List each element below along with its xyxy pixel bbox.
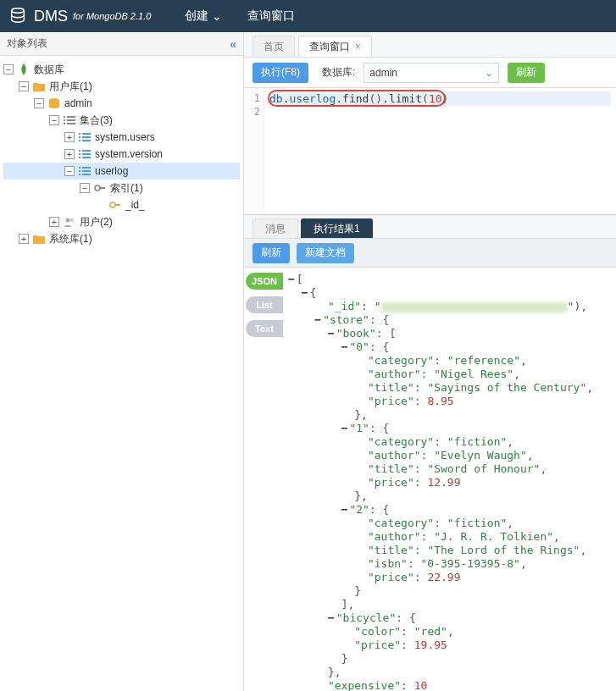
tab-query-window[interactable]: 查询窗口 × [298,36,372,57]
result-toolbar: 刷新 新建文档 [244,239,616,268]
app-subtitle: for MongoDB 2.1.0 [73,11,151,21]
editor-gutter: 12 [244,88,264,214]
svg-rect-27 [99,187,105,189]
app-logo-icon [8,6,27,27]
tree-coll-userlog[interactable]: − userlog [3,163,240,180]
query-toolbar: 执行(F8) 数据库: admin ⌄ 刷新 [244,58,616,88]
result-tabs: 消息 执行结果1 [244,215,616,239]
code-editor[interactable]: 12 db.userlog.find().limit(10) [244,88,616,215]
collapse-sidebar-icon[interactable]: « [230,37,236,51]
svg-rect-12 [79,140,80,141]
menu-query-window[interactable]: 查询窗口 [247,8,295,24]
svg-rect-15 [82,150,91,152]
app-name: DMS [34,8,68,25]
top-bar: DMS for MongoDB 2.1.0 创建⌄ 查询窗口 [0,0,616,32]
tree-collections-group[interactable]: − 集合(3) [3,112,240,129]
collapse-toggle[interactable]: − [80,183,90,193]
folder-icon [32,81,46,91]
database-select[interactable]: admin ⌄ [363,63,499,83]
content-area: 首页 查询窗口 × 执行(F8) 数据库: admin ⌄ 刷新 12 db.u… [244,32,616,691]
svg-rect-16 [79,153,80,155]
tree-root-databases[interactable]: − 数据库 [3,61,240,78]
view-list[interactable]: List [246,296,283,313]
folder-icon [32,234,46,244]
expand-toggle[interactable]: + [64,149,75,159]
svg-rect-6 [64,123,65,124]
svg-rect-11 [82,136,91,138]
close-icon[interactable]: × [355,41,361,53]
list-icon [63,115,76,125]
svg-point-31 [70,218,74,222]
key-icon [93,184,107,192]
expand-toggle[interactable]: + [64,132,75,142]
view-mode-tabs: JSON List Text [244,268,285,691]
tree-index-id[interactable]: _id_ [3,196,240,213]
tree-coll-system-users[interactable]: + system.users [3,129,240,146]
tab-messages[interactable]: 消息 [253,218,298,238]
json-output[interactable]: −[ −{ "_id": ""), −"store": { −"book": [… [285,268,616,691]
collection-icon [78,132,92,142]
key-icon [108,201,122,209]
database-icon [47,97,61,109]
main-tabs: 首页 查询窗口 × [244,32,616,58]
view-text[interactable]: Text [246,320,283,337]
collapse-toggle[interactable]: − [34,98,44,108]
mongodb-leaf-icon [17,64,31,75]
collapse-toggle[interactable]: − [64,166,75,176]
svg-rect-19 [82,157,91,158]
tree-users-group[interactable]: + 用户(2) [3,213,240,230]
menu-create[interactable]: 创建⌄ [185,8,222,24]
svg-rect-5 [67,119,75,121]
object-tree: − 数据库 − 用户库(1) − admin − 集合(3) [0,56,243,691]
sidebar: 对象列表 « − 数据库 − 用户库(1) − admin [0,32,244,691]
svg-rect-8 [79,133,80,135]
refresh-button[interactable]: 刷新 [508,63,545,83]
expand-toggle[interactable]: + [49,217,59,227]
result-body: JSON List Text −[ −{ "_id": ""), −"store… [244,268,616,691]
svg-rect-13 [82,140,91,141]
svg-rect-9 [82,133,91,135]
collapse-toggle[interactable]: − [19,81,29,91]
result-refresh-button[interactable]: 刷新 [253,243,290,263]
tab-result-1[interactable]: 执行结果1 [301,218,373,238]
db-label: 数据库: [322,65,355,80]
svg-rect-22 [79,170,80,172]
svg-rect-24 [79,174,80,175]
svg-rect-25 [82,174,91,175]
tab-home[interactable]: 首页 [253,36,295,57]
svg-rect-3 [67,116,75,118]
execute-button[interactable]: 执行(F8) [253,63,308,83]
svg-rect-7 [67,123,75,124]
blurred-id-value [381,302,568,312]
svg-rect-23 [82,170,91,172]
svg-point-0 [12,8,25,13]
svg-rect-14 [79,150,80,152]
svg-rect-10 [79,136,80,138]
expand-toggle[interactable]: + [19,234,29,244]
collapse-toggle[interactable]: − [49,115,59,125]
tree-sysdb-group[interactable]: + 系统库(1) [3,230,240,247]
chevron-down-icon: ⌄ [212,9,222,23]
svg-rect-18 [79,157,80,158]
tree-index-group[interactable]: − 索引(1) [3,180,240,196]
tree-db-admin[interactable]: − admin [3,95,240,112]
new-document-button[interactable]: 新建文档 [297,243,354,263]
chevron-down-icon: ⌄ [485,67,493,79]
svg-rect-2 [64,116,65,118]
svg-rect-20 [79,167,80,169]
svg-rect-4 [64,119,65,121]
editor-line-1[interactable]: db.userlog.find().limit(10) [269,91,611,106]
sidebar-title: 对象列表 [7,36,47,51]
collapse-toggle[interactable]: − [3,64,14,75]
svg-rect-29 [114,204,120,206]
tree-coll-system-version[interactable]: + system.version [3,146,240,163]
view-json[interactable]: JSON [246,273,283,290]
collection-icon [78,166,92,176]
svg-rect-21 [82,167,91,169]
users-icon [63,217,76,227]
sidebar-header: 对象列表 « [0,32,243,56]
tree-userdb-group[interactable]: − 用户库(1) [3,78,240,95]
svg-point-30 [66,218,70,223]
svg-rect-17 [82,153,91,155]
collection-icon [78,149,92,159]
